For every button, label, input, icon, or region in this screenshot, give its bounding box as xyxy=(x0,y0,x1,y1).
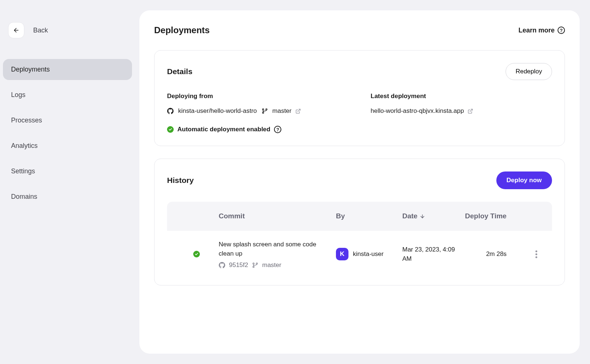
th-date-label: Date xyxy=(402,212,417,220)
auto-deploy-label: Automatic deployment enabled xyxy=(177,126,270,133)
sidebar-item-processes[interactable]: Processes xyxy=(3,110,132,131)
th-date[interactable]: Date xyxy=(402,212,465,220)
learn-more-label: Learn more xyxy=(518,27,555,34)
github-icon xyxy=(219,262,225,268)
th-deploy-time: Deploy Time xyxy=(465,211,528,221)
history-card: History Deploy now Commit By Date xyxy=(154,159,565,285)
latest-deployment-col: Latest deployment hello-world-astro-qbjv… xyxy=(371,93,552,115)
panel: Deployments Learn more ? Details Redeplo… xyxy=(139,10,580,354)
latest-url-link[interactable]: hello-world-astro-qbjvx.kinsta.app xyxy=(371,107,473,115)
back-row: Back xyxy=(3,22,132,38)
commit-branch: master xyxy=(262,261,281,269)
commit-message: New splash screen and some code clean up xyxy=(219,240,325,259)
auto-deploy-row: Automatic deployment enabled ? xyxy=(167,126,552,133)
learn-more-link[interactable]: Learn more ? xyxy=(518,27,565,34)
history-header: History Deploy now xyxy=(167,171,552,189)
external-link-icon xyxy=(468,108,473,114)
back-label: Back xyxy=(33,27,48,34)
svg-line-5 xyxy=(470,109,472,111)
by-cell: K kinsta-user xyxy=(336,248,402,260)
main: Deployments Learn more ? Details Redeplo… xyxy=(139,0,590,364)
details-header: Details Redeploy xyxy=(167,63,552,80)
th-by: By xyxy=(336,212,402,220)
branch-name: master xyxy=(273,107,292,115)
sidebar-item-settings[interactable]: Settings xyxy=(3,161,132,182)
details-title: Details xyxy=(167,67,192,76)
page-title: Deployments xyxy=(154,25,210,35)
commit-hash: 9515f2 xyxy=(229,261,248,269)
deploying-from-col: Deploying from kinsta-user/hello-world-a… xyxy=(167,93,348,115)
commit-cell: New splash screen and some code clean up… xyxy=(219,240,336,269)
th-commit: Commit xyxy=(219,212,336,220)
deploying-from-label: Deploying from xyxy=(167,93,348,100)
check-circle-icon xyxy=(167,126,174,133)
sidebar-item-logs[interactable]: Logs xyxy=(3,84,132,105)
redeploy-button[interactable]: Redeploy xyxy=(506,63,552,80)
latest-deployment-label: Latest deployment xyxy=(371,93,552,100)
deploy-time-cell: 2m 28s xyxy=(465,250,528,258)
table-row[interactable]: New splash screen and some code clean up… xyxy=(167,231,552,273)
sidebar: Back Deployments Logs Processes Analytic… xyxy=(0,0,139,364)
back-button[interactable] xyxy=(8,22,24,38)
date-cell: Mar 23, 2023, 4:09 AM xyxy=(402,245,465,264)
sidebar-item-analytics[interactable]: Analytics xyxy=(3,135,132,156)
avatar: K xyxy=(336,248,348,260)
status-cell xyxy=(174,251,219,257)
svg-line-4 xyxy=(298,109,300,111)
repo-link[interactable]: kinsta-user/hello-world-astro xyxy=(178,107,257,115)
sidebar-item-domains[interactable]: Domains xyxy=(3,186,132,207)
repo-name: kinsta-user/hello-world-astro xyxy=(178,107,257,115)
details-grid: Deploying from kinsta-user/hello-world-a… xyxy=(167,93,552,115)
latest-url-line: hello-world-astro-qbjvx.kinsta.app xyxy=(371,107,552,115)
arrow-down-icon xyxy=(420,214,425,219)
branch-link[interactable]: master xyxy=(273,107,301,115)
repo-line: kinsta-user/hello-world-astro master xyxy=(167,107,348,115)
help-icon: ? xyxy=(558,27,565,34)
row-menu[interactable] xyxy=(528,248,545,260)
page-header: Deployments Learn more ? xyxy=(154,25,565,35)
more-icon xyxy=(528,248,545,260)
deploy-now-button[interactable]: Deploy now xyxy=(496,171,552,189)
history-table: Commit By Date Deploy Time xyxy=(167,202,552,273)
sidebar-item-deployments[interactable]: Deployments xyxy=(3,59,132,80)
history-title: History xyxy=(167,176,194,185)
github-icon xyxy=(167,108,174,114)
by-user: kinsta-user xyxy=(353,250,384,259)
check-circle-icon xyxy=(193,251,200,257)
external-link-icon xyxy=(295,108,301,114)
details-card: Details Redeploy Deploying from kinsta-u… xyxy=(154,50,565,146)
latest-url-text: hello-world-astro-qbjvx.kinsta.app xyxy=(371,107,464,115)
branch-icon xyxy=(261,108,268,114)
branch-icon xyxy=(252,262,258,268)
help-icon[interactable]: ? xyxy=(274,126,281,133)
table-head: Commit By Date Deploy Time xyxy=(167,202,552,231)
arrow-left-icon xyxy=(13,27,20,34)
commit-meta: 9515f2 master xyxy=(219,261,325,269)
